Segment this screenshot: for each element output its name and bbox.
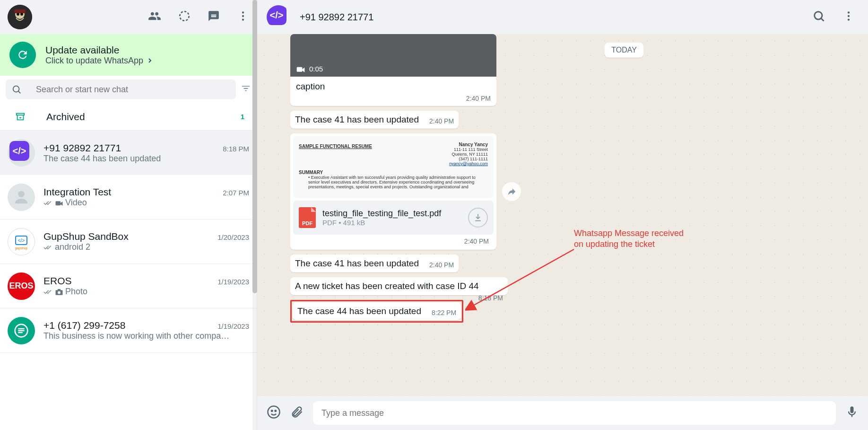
conversation-title[interactable]: +91 92892 21771 xyxy=(300,12,803,23)
video-duration: 0:05 xyxy=(309,65,323,73)
chat-list: </> +91 92892 217718:18 PM The case 44 h… xyxy=(0,131,257,430)
message-time: 8:18 PM xyxy=(478,294,503,302)
chat-preview: Video xyxy=(65,198,87,208)
message-text: The case 41 has been updated xyxy=(295,114,419,124)
chat-avatar: </>gupshup xyxy=(8,228,35,255)
conversation-panel: </> +91 92892 21771 TODAY 0:05 caption 2… xyxy=(257,0,868,430)
conversation-menu-icon[interactable] xyxy=(842,10,855,24)
conversation-avatar[interactable]: </> xyxy=(267,5,290,29)
svg-point-9 xyxy=(13,86,19,92)
camera-icon xyxy=(55,288,63,296)
filter-icon[interactable] xyxy=(241,83,251,96)
message-in[interactable]: The case 44 has been updated 8:22 PM xyxy=(293,302,461,320)
document-meta: PDF • 491 kB xyxy=(322,219,461,227)
svg-rect-2 xyxy=(14,9,26,13)
update-banner[interactable]: Update available Click to update WhatsAp… xyxy=(0,34,257,76)
chat-item[interactable]: EROS EROS1/19/2023 Photo xyxy=(0,264,257,308)
read-ticks-icon xyxy=(43,244,53,251)
chat-avatar xyxy=(8,184,35,211)
forward-button[interactable] xyxy=(502,182,521,201)
search-in-chat-icon[interactable] xyxy=(812,9,825,25)
svg-rect-18 xyxy=(58,289,61,290)
chat-preview: The case 44 has been updated xyxy=(43,154,161,164)
new-chat-icon[interactable] xyxy=(208,10,220,24)
message-document[interactable]: SAMPLE FUNCTIONAL RESUME Nancy Yancy 111… xyxy=(290,133,496,250)
svg-point-4 xyxy=(20,13,23,16)
emoji-icon[interactable] xyxy=(267,405,281,421)
svg-point-6 xyxy=(242,11,244,13)
chat-item[interactable]: </>gupshup GupShup SandBox1/20/2023 andr… xyxy=(0,219,257,264)
svg-text:gupshup: gupshup xyxy=(15,246,28,250)
message-time: 2:40 PM xyxy=(429,261,454,269)
chat-preview: Photo xyxy=(65,287,87,297)
message-text: A new ticket has been created with case … xyxy=(295,281,479,291)
message-in[interactable]: A new ticket has been created with case … xyxy=(290,277,508,295)
svg-text:</>: </> xyxy=(18,238,25,243)
svg-point-11 xyxy=(18,191,24,197)
svg-point-17 xyxy=(58,291,61,294)
chat-name: Integration Test xyxy=(43,186,111,198)
message-time: 2:40 PM xyxy=(429,117,454,125)
chat-item[interactable]: </> +91 92892 217718:18 PM The case 44 h… xyxy=(0,131,257,175)
pdf-icon: PDF xyxy=(299,207,316,228)
message-video[interactable]: 0:05 caption 2:40 PM xyxy=(290,34,496,106)
update-title: Update available xyxy=(45,44,247,56)
refresh-icon xyxy=(9,42,36,68)
communities-icon[interactable] xyxy=(148,9,161,25)
archived-row[interactable]: Archived 1 xyxy=(0,103,257,131)
message-text: The case 44 has been updated xyxy=(297,306,421,316)
video-icon xyxy=(296,65,305,73)
message-text: The case 41 has been updated xyxy=(295,258,419,268)
svg-rect-24 xyxy=(297,67,303,72)
download-button[interactable] xyxy=(468,208,488,228)
chat-avatar xyxy=(8,317,35,344)
search-icon xyxy=(11,84,22,95)
svg-rect-12 xyxy=(56,201,61,205)
svg-point-23 xyxy=(848,18,850,20)
search-bar xyxy=(0,76,257,103)
chat-time: 1/19/2023 xyxy=(217,322,249,330)
menu-icon[interactable] xyxy=(237,10,249,24)
chat-item[interactable]: Integration Test2:07 PM Video xyxy=(0,175,257,219)
scrollbar[interactable] xyxy=(252,0,257,430)
message-area: TODAY 0:05 caption 2:40 PM The case 41 h… xyxy=(257,34,868,396)
chat-item[interactable]: +1 (617) 299-72581/19/2023 This business… xyxy=(0,308,257,353)
svg-point-26 xyxy=(268,406,280,418)
chat-time: 2:07 PM xyxy=(223,189,249,197)
date-chip: TODAY xyxy=(605,43,643,58)
archive-icon xyxy=(8,112,33,122)
message-in[interactable]: The case 41 has been updated 2:40 PM xyxy=(290,111,459,129)
status-icon[interactable] xyxy=(178,10,191,24)
message-in[interactable]: The case 41 has been updated 2:40 PM xyxy=(290,254,459,272)
chat-name: EROS xyxy=(43,275,72,287)
archived-count: 1 xyxy=(241,113,249,121)
conversation-header: </> +91 92892 21771 xyxy=(257,0,868,34)
chat-list-panel: Update available Click to update WhatsAp… xyxy=(0,0,257,430)
message-input[interactable] xyxy=(321,408,827,418)
mic-icon[interactable] xyxy=(845,405,859,421)
video-icon xyxy=(55,200,63,206)
annotation-highlight: The case 44 has been updated 8:22 PM xyxy=(290,300,463,323)
document-preview: SAMPLE FUNCTIONAL RESUME Nancy Yancy 111… xyxy=(293,136,494,198)
chat-name: GupShup SandBox xyxy=(43,231,129,242)
document-name: testing_file_testing_file_test.pdf xyxy=(322,209,461,219)
chat-preview: This business is now working with other … xyxy=(43,331,229,341)
message-input-box[interactable] xyxy=(313,401,836,425)
svg-point-8 xyxy=(242,18,244,20)
search-box[interactable] xyxy=(6,79,236,99)
attach-icon[interactable] xyxy=(290,405,304,421)
svg-point-27 xyxy=(271,410,273,412)
message-time: 2:40 PM xyxy=(293,235,494,247)
profile-avatar[interactable] xyxy=(8,5,32,29)
svg-rect-10 xyxy=(17,113,25,115)
svg-point-3 xyxy=(17,13,19,16)
search-input[interactable] xyxy=(36,85,230,95)
chat-name: +91 92892 21771 xyxy=(43,142,121,154)
composer xyxy=(257,396,868,430)
chat-time: 1/19/2023 xyxy=(217,278,249,286)
chat-avatar: </> xyxy=(8,139,35,167)
chat-time: 8:18 PM xyxy=(223,145,249,153)
read-ticks-icon xyxy=(43,199,53,207)
svg-point-7 xyxy=(242,15,244,17)
message-time: 2:40 PM xyxy=(290,95,496,106)
